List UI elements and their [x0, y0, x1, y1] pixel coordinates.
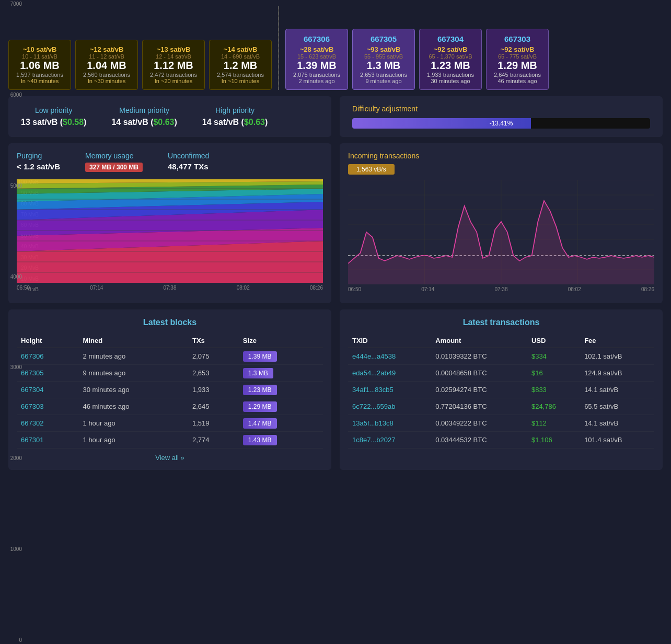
memory-badge: 327 MB / 300 MB: [85, 163, 143, 172]
bottom-row: Latest blocks Height Mined TXs Size 6673…: [0, 309, 671, 476]
incoming-card: Incoming transactions 1,563 vB/s 7000 60…: [340, 143, 663, 303]
col-txid: TXID: [348, 334, 431, 348]
memory-value: 327 MB / 300 MB: [85, 162, 143, 172]
medium-priority-value: 14 sat/vB ($0.63): [111, 118, 177, 127]
block-txs: 2,645: [188, 398, 239, 415]
tx-id[interactable]: eda54...2ab49: [348, 365, 431, 382]
pending-block-1[interactable]: ~12 sat/vB 11 - 12 sat/vB 1.04 MB 2,560 …: [75, 40, 138, 90]
block-size: 1.43 MB: [239, 432, 323, 448]
table-row: 667306 2 minutes ago 2,075 1.39 MB: [17, 348, 323, 365]
latest-transactions-title: Latest transactions: [348, 318, 654, 327]
block-mined: 1 hour ago: [79, 415, 188, 432]
tx-id[interactable]: e444e...a4538: [348, 348, 431, 365]
table-row: e444e...a4538 0.01039322 BTC $334 102.1 …: [348, 348, 654, 365]
medium-priority: Medium priority 14 sat/vB ($0.63): [111, 106, 177, 127]
high-priority-label: High priority: [202, 106, 268, 114]
block-mined: 1 hour ago: [79, 432, 188, 448]
block-txs: 1,933: [188, 382, 239, 398]
confirmed-block-667304[interactable]: 667304 ~92 sat/vB 65 - 1,370 sat/vB 1.23…: [419, 29, 482, 90]
tx-usd: $1,106: [527, 432, 580, 448]
incoming-svg: [348, 180, 654, 284]
unconfirmed-label: Unconfirmed: [168, 152, 209, 160]
block-height[interactable]: 667302: [17, 415, 79, 432]
mempool-svg: [17, 178, 323, 283]
table-row: 6c722...659ab 0.77204136 BTC $24,786 65.…: [348, 398, 654, 415]
block-mined: 46 minutes ago: [79, 398, 188, 415]
table-row: eda54...2ab49 0.00048658 BTC $16 124.9 s…: [348, 365, 654, 382]
high-priority: High priority 14 sat/vB ($0.63): [202, 106, 268, 127]
memory-label: Memory usage: [85, 152, 143, 160]
block-mined: 9 minutes ago: [79, 365, 188, 382]
incoming-label: Incoming transactions: [348, 152, 654, 160]
pending-block-2[interactable]: ~13 sat/vB 12 - 14 sat/vB 1.12 MB 2,472 …: [142, 40, 205, 90]
tx-usd: $833: [527, 382, 580, 398]
tx-fee: 14.1 sat/vB: [580, 382, 654, 398]
priority-card: Low priority 13 sat/vB ($0.58) Medium pr…: [8, 96, 331, 137]
block-size: 1.39 MB: [239, 348, 323, 365]
tx-usd: $112: [527, 415, 580, 432]
confirmed-block-667305[interactable]: 667305 ~93 sat/vB 55 - 955 sat/vB 1.3 MB…: [352, 29, 415, 90]
table-row: 667304 30 minutes ago 1,933 1.23 MB: [17, 382, 323, 398]
tx-fee: 101.4 sat/vB: [580, 432, 654, 448]
medium-priority-label: Medium priority: [111, 106, 177, 114]
difficulty-card: Difficulty adjustment -13.41%: [340, 96, 663, 137]
latest-transactions-card: Latest transactions TXID Amount USD Fee …: [340, 309, 663, 470]
low-priority-value: 13 sat/vB ($0.58): [21, 118, 86, 127]
block-txs: 1,519: [188, 415, 239, 432]
block-size: 1.47 MB: [239, 415, 323, 432]
tx-usd: $24,786: [527, 398, 580, 415]
unconfirmed-stat: Unconfirmed 48,477 TXs: [168, 152, 209, 171]
tx-fee: 102.1 sat/vB: [580, 348, 654, 365]
top-blocks-section: ~10 sat/vB 10 - 11 sat/vB 1.06 MB 1,597 …: [0, 0, 671, 96]
latest-transactions-table: TXID Amount USD Fee e444e...a4538 0.0103…: [348, 334, 654, 448]
table-row: 667305 9 minutes ago 2,653 1.3 MB: [17, 365, 323, 382]
memory-stat: Memory usage 327 MB / 300 MB: [85, 152, 143, 172]
pending-block-3[interactable]: ~14 sat/vB 14 - 690 sat/vB 1.2 MB 2,574 …: [209, 40, 272, 90]
tx-fee: 14.1 sat/vB: [580, 415, 654, 432]
confirmed-blocks: 667306 ~28 sat/vB 15 - 623 sat/vB 1.39 M…: [285, 29, 549, 90]
table-row: 34af1...83cb5 0.02594274 BTC $833 14.1 s…: [348, 382, 654, 398]
tx-id[interactable]: 6c722...659ab: [348, 398, 431, 415]
confirmed-block-667306[interactable]: 667306 ~28 sat/vB 15 - 623 sat/vB 1.39 M…: [285, 29, 348, 90]
block-txs: 2,653: [188, 365, 239, 382]
tx-amount: 0.02594274 BTC: [431, 382, 527, 398]
table-row: 667303 46 minutes ago 2,645 1.29 MB: [17, 398, 323, 415]
low-priority-label: Low priority: [21, 106, 86, 114]
latest-blocks-table: Height Mined TXs Size 667306 2 minutes a…: [17, 334, 323, 448]
latest-blocks-title: Latest blocks: [17, 318, 323, 327]
block-size: 1.23 MB: [239, 382, 323, 398]
block-txs: 2,774: [188, 432, 239, 448]
block-height[interactable]: 667303: [17, 398, 79, 415]
mempool-x-labels: 06:50 07:14 07:38 08:02 08:26: [17, 285, 323, 291]
charts-row: Purging < 1.2 sat/vB Memory usage 327 MB…: [0, 143, 671, 309]
tx-id[interactable]: 1c8e7...b2027: [348, 432, 431, 448]
col-usd: USD: [527, 334, 580, 348]
col-size: Size: [239, 334, 323, 348]
tx-id[interactable]: 13a5f...b13c8: [348, 415, 431, 432]
middle-row: Low priority 13 sat/vB ($0.58) Medium pr…: [0, 96, 671, 143]
col-height: Height: [17, 334, 79, 348]
block-size: 1.29 MB: [239, 398, 323, 415]
high-priority-value: 14 sat/vB ($0.63): [202, 118, 268, 127]
unconfirmed-value: 48,477 TXs: [168, 162, 209, 171]
block-mined: 2 minutes ago: [79, 348, 188, 365]
col-amount: Amount: [431, 334, 527, 348]
tx-fee: 65.5 sat/vB: [580, 398, 654, 415]
tx-id[interactable]: 34af1...83cb5: [348, 382, 431, 398]
incoming-badge: 1,563 vB/s: [348, 164, 395, 175]
block-height[interactable]: 667304: [17, 382, 79, 398]
block-height[interactable]: 667305: [17, 365, 79, 382]
low-priority: Low priority 13 sat/vB ($0.58): [21, 106, 86, 127]
tx-amount: 0.77204136 BTC: [431, 398, 527, 415]
difficulty-bar-text: -13.41%: [490, 120, 513, 127]
tx-amount: 0.03444532 BTC: [431, 432, 527, 448]
mempool-header: Purging < 1.2 sat/vB Memory usage 327 MB…: [17, 152, 323, 172]
confirmed-block-667303[interactable]: 667303 ~92 sat/vB 65 - 775 sat/vB 1.29 M…: [486, 29, 549, 90]
incoming-x-labels: 06:50 07:14 07:38 08:02 08:26: [348, 286, 654, 292]
block-height[interactable]: 667306: [17, 348, 79, 365]
block-height[interactable]: 667301: [17, 432, 79, 448]
col-fee: Fee: [580, 334, 654, 348]
view-all-blocks[interactable]: View all »: [17, 454, 323, 462]
view-all-link[interactable]: View all »: [155, 454, 184, 462]
mempool-chart: 100 MvB 90 MvB 80 MvB 70 MvB 60 MvB 50 M…: [17, 178, 323, 293]
